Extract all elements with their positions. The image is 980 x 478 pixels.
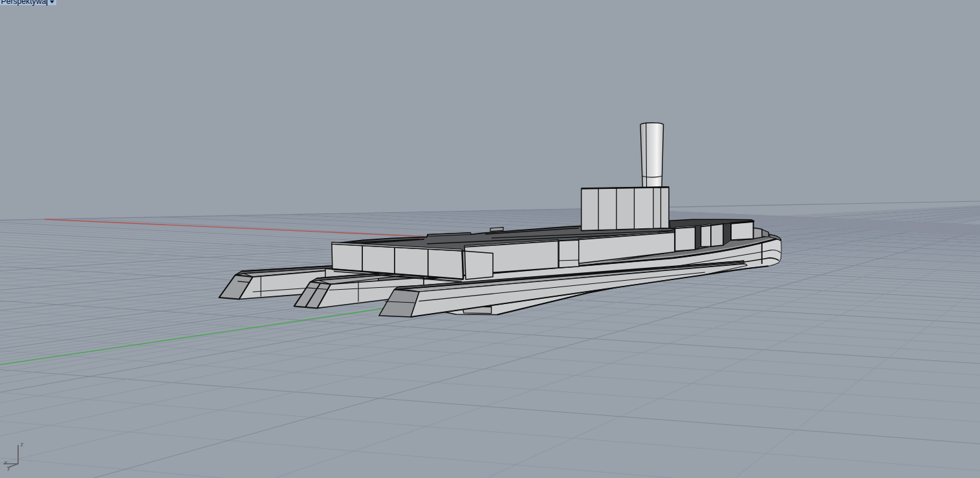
svg-text:y: y bbox=[7, 464, 10, 471]
svg-text:Perspektywa: Perspektywa bbox=[1, 0, 47, 6]
svg-text:z: z bbox=[21, 440, 24, 448]
